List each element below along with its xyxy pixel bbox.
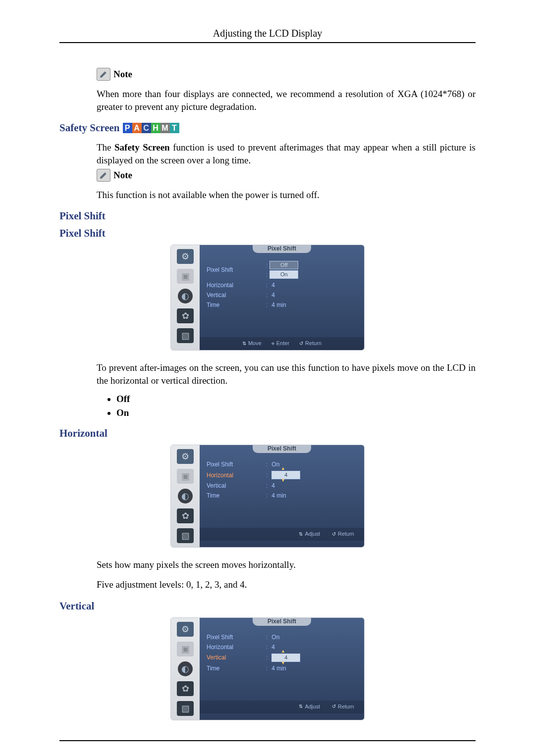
arrow-up-icon: ▲	[281, 467, 285, 470]
badge-a-icon: A	[132, 123, 142, 133]
heading-pixel-shift-1: Pixel Shift	[59, 210, 476, 222]
arrow-down-icon: ▼	[281, 661, 285, 664]
osd-side-input-icon: ⚙	[177, 622, 194, 637]
osd-grid: Pixel Shift :On Horizontal : ▲ 4 ▼	[200, 445, 364, 528]
osd-label-pixel-shift: Pixel Shift	[207, 266, 266, 273]
osd-row-pixel-shift: Pixel Shift :On	[207, 634, 357, 641]
return-icon: ↺	[299, 341, 303, 346]
osd-row-horizontal: Horizontal : ▲ 4 ▼	[207, 471, 357, 479]
badge-t-icon: T	[170, 123, 179, 133]
osd-label-vertical: Vertical	[207, 292, 266, 299]
osd-row-time: Time :4 min	[207, 302, 357, 308]
osd-value-pixelshift: On	[271, 461, 279, 468]
osd-side-sound-icon: ◐	[178, 661, 193, 676]
pencil-note-icon	[97, 68, 110, 81]
osd-foot-return: Return	[305, 340, 321, 346]
pixel-shift-body: To prevent after-images on the screen, y…	[97, 361, 476, 387]
osd-side-picture-icon: ▣	[177, 642, 194, 656]
osd-side-multi-icon: ▧	[177, 528, 194, 543]
osd-row-time: Time :4 min	[207, 665, 357, 672]
osd-value-horizontal[interactable]: 4	[271, 471, 300, 479]
osd-value-vertical[interactable]: 4	[271, 654, 300, 662]
osd-foot-move: Move	[248, 340, 262, 346]
document-page: Adjusting the LCD Display Note When more…	[0, 0, 535, 756]
heading-safety-screen: Safety Screen P A C H M T	[59, 122, 476, 134]
osd-value-time: 4 min	[271, 302, 286, 308]
note-row: Note	[97, 68, 476, 81]
osd-row-horizontal: Horizontal :4	[207, 282, 357, 289]
osd-label-horizontal: Horizontal	[207, 282, 266, 289]
osd-footer: ⇅Adjust ↺Return	[200, 528, 364, 541]
osd-value-horizontal: 4	[271, 282, 275, 289]
osd-main: Pixel Shift Pixel Shift :Off :On Horizon…	[200, 245, 364, 350]
pencil-note-icon	[97, 169, 110, 182]
osd-label-time: Time	[207, 492, 266, 499]
horizontal-body2: Five adjustment levels: 0, 1, 2, 3, and …	[97, 578, 476, 591]
move-icon: ⇅	[242, 341, 246, 346]
pixel-shift-content: To prevent after-images on the screen, y…	[97, 361, 476, 418]
heading-vertical: Vertical	[59, 600, 476, 612]
header-rule	[59, 42, 476, 43]
osd-main: Pixel Shift Pixel Shift :On Horizontal :…	[200, 445, 364, 547]
note-block-1: Note When more than four displays are co…	[97, 68, 476, 113]
osd-row-vertical: Vertical : ▲ 4 ▼	[207, 654, 357, 662]
adjust-icon: ⇅	[299, 531, 303, 537]
osd-panel: ⚙ ▣ ◐ ✿ ▧ Pixel Shift Pixel Shift :On Ho	[170, 445, 365, 548]
note-label: Note	[113, 170, 132, 181]
osd-option-off[interactable]: Off	[269, 261, 298, 269]
page-header-title: Adjusting the LCD Display	[59, 28, 476, 39]
osd-foot-return: Return	[338, 531, 354, 537]
safety-screen-note-body: This function is not available when the …	[97, 189, 476, 202]
osd-value-pixelshift: On	[271, 634, 279, 641]
note-row: Note	[97, 169, 476, 182]
horizontal-body1: Sets how many pixels the screen moves ho…	[97, 558, 476, 571]
option-list: Off On	[107, 394, 476, 418]
osd-side-input-icon: ⚙	[177, 449, 194, 464]
badge-c-icon: C	[142, 123, 151, 133]
note-label: Note	[113, 69, 132, 80]
osd-label-pixel-shift: Pixel Shift	[207, 461, 266, 468]
return-icon: ↺	[332, 531, 336, 537]
list-item: On	[116, 407, 476, 418]
footer-rule	[59, 740, 476, 741]
osd-label-time: Time	[207, 665, 266, 672]
osd-label-vertical: Vertical	[207, 654, 266, 661]
safety-screen-content: The Safety Screen function is used to pr…	[97, 141, 476, 201]
osd-label-pixel-shift: Pixel Shift	[207, 634, 266, 641]
osd-side-sound-icon: ◐	[178, 289, 193, 303]
osd-foot-adjust: Adjust	[305, 531, 320, 537]
osd-option-on[interactable]: On	[269, 270, 298, 279]
list-item: Off	[116, 394, 476, 404]
return-icon: ↺	[332, 704, 336, 709]
osd-side-multi-icon: ▧	[177, 701, 194, 716]
osd-title: Pixel Shift	[253, 245, 311, 253]
arrow-down-icon: ▼	[281, 479, 285, 482]
osd-value-horizontal: 4	[271, 644, 275, 651]
osd-row-vertical: Vertical :4	[207, 482, 357, 489]
osd-sidebar: ⚙ ▣ ◐ ✿ ▧	[171, 245, 200, 350]
osd-label-horizontal: Horizontal	[207, 472, 266, 479]
note-body: When more than four displays are connect…	[97, 88, 476, 113]
osd-title: Pixel Shift	[253, 617, 311, 626]
osd-panel: ⚙ ▣ ◐ ✿ ▧ Pixel Shift Pixel Shift :Off :…	[170, 245, 365, 351]
osd-grid: Pixel Shift :Off :On Horizontal :4 Verti…	[200, 245, 364, 337]
heading-safety-screen-text: Safety Screen	[59, 122, 120, 134]
osd-value-vertical: 4	[271, 482, 275, 489]
osd-side-input-icon: ⚙	[177, 249, 194, 264]
osd-footer: ⇅Move ⎆Enter ↺Return	[200, 337, 364, 350]
osd-grid: Pixel Shift :On Horizontal :4 Vertical :…	[200, 618, 364, 701]
adjust-icon: ⇅	[299, 704, 303, 709]
osd-screenshot-horizontal: ⚙ ▣ ◐ ✿ ▧ Pixel Shift Pixel Shift :On Ho	[59, 445, 476, 548]
osd-side-sound-icon: ◐	[178, 489, 193, 504]
osd-panel: ⚙ ▣ ◐ ✿ ▧ Pixel Shift Pixel Shift :On Ho	[170, 617, 365, 720]
osd-side-setup-icon: ✿	[177, 308, 194, 323]
osd-value-time: 4 min	[271, 665, 286, 672]
osd-main: Pixel Shift Pixel Shift :On Horizontal :…	[200, 618, 364, 720]
input-source-badges: P A C H M T	[123, 123, 179, 133]
osd-value-time: 4 min	[271, 492, 286, 499]
badge-m-icon: M	[160, 123, 170, 133]
osd-side-setup-icon: ✿	[177, 508, 194, 523]
osd-row-time: Time :4 min	[207, 492, 357, 499]
heading-pixel-shift-2: Pixel Shift	[59, 227, 476, 240]
osd-side-picture-icon: ▣	[177, 269, 194, 284]
